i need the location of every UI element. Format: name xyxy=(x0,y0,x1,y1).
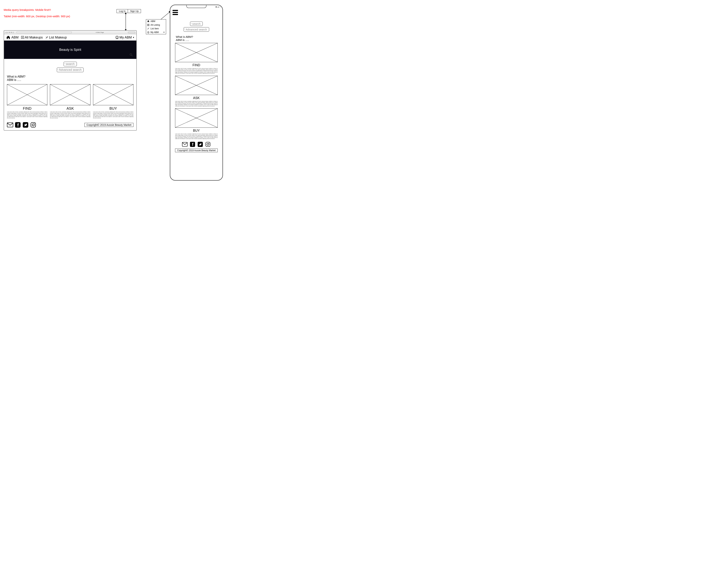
twitter-icon[interactable] xyxy=(22,122,28,128)
intro-body: ABM is ..... xyxy=(7,78,133,82)
facebook-icon[interactable]: f xyxy=(189,141,196,147)
nav-account-label: My ABM xyxy=(119,36,132,40)
svg-point-12 xyxy=(47,38,48,38)
home-icon xyxy=(147,20,150,22)
browser-pill xyxy=(128,32,135,33)
svg-point-37 xyxy=(148,32,149,32)
home-icon xyxy=(6,36,11,40)
feature-card-ask: ASK Lorem ipsum dolor sit amet, consecte… xyxy=(175,76,218,107)
search-input[interactable]: search xyxy=(190,21,202,26)
menu-item-label: ABM xyxy=(151,20,155,22)
list-icon xyxy=(21,36,24,39)
desktop-footer: f Copyright© 2019 Aussie Beauty Market xyxy=(4,120,136,130)
feature-text: Lorem ipsum dolor sit amet, consectetur … xyxy=(50,111,90,119)
battery-icon: ▭ xyxy=(219,6,221,8)
advanced-search-input[interactable]: Advanced search xyxy=(57,67,84,72)
svg-point-49 xyxy=(207,143,209,145)
browser-chrome: ◁ ▷ ✕ ⟳ ☖ A Web Page xyxy=(4,30,136,34)
intro-heading: What is ABM? xyxy=(176,35,217,38)
feature-text: Lorem ipsum dolor sit amet, consectetur … xyxy=(93,111,133,119)
phone-frame: ▮▮◢▭ search Advanced search What is ABM?… xyxy=(170,5,223,181)
feature-title: BUY xyxy=(93,105,133,111)
svg-point-15 xyxy=(130,54,132,55)
auth-button-group: Log In Sign Up xyxy=(117,9,141,13)
twitter-icon[interactable] xyxy=(197,141,203,147)
phone-footer: f Copyright© 2019 Aussie Beauty Market xyxy=(175,141,218,152)
svg-text:f: f xyxy=(192,142,193,147)
mobile-dropdown-menu: ABM All Listing List Item My ABM ▼ xyxy=(146,19,166,34)
phone-intro-block: What is ABM? ABM is ..... xyxy=(175,34,218,43)
svg-rect-48 xyxy=(206,142,210,146)
feature-card-find: FIND Lorem ipsum dolor sit amet, consect… xyxy=(7,84,47,119)
copyright-text: Copyright© 2019 Aussie Beauty Market xyxy=(175,148,218,152)
wand-icon xyxy=(147,27,150,30)
svg-marker-1 xyxy=(125,12,126,14)
feature-text: Lorem ipsum dolor sit amet, consectetur … xyxy=(175,68,218,74)
feature-text: Lorem ipsum dolor sit amet, consectetur … xyxy=(175,101,218,107)
svg-point-14 xyxy=(117,37,117,38)
image-placeholder xyxy=(7,84,47,105)
social-icons: f xyxy=(7,122,36,128)
magnifier-icon[interactable] xyxy=(130,53,133,57)
nav-all-label: All Makeups xyxy=(25,36,43,40)
phone-notch xyxy=(186,5,207,8)
copyright-text: Copyright© 2019 Aussie Beauty Market xyxy=(84,123,133,127)
signup-button[interactable]: Sign Up xyxy=(128,9,141,13)
nav-brand-label: ABM xyxy=(11,36,18,40)
nav-brand[interactable]: ABM xyxy=(6,36,18,40)
feature-card-find: FIND Lorem ipsum dolor sit amet, consect… xyxy=(175,43,218,74)
instagram-icon[interactable] xyxy=(205,141,211,147)
menu-item-label: All Listing xyxy=(151,24,160,26)
phone-content: search Advanced search What is ABM? ABM … xyxy=(172,19,221,152)
phone-search-block: search Advanced search xyxy=(175,19,218,34)
browser-url-bar[interactable] xyxy=(16,31,72,33)
wand-icon xyxy=(45,36,48,39)
image-placeholder xyxy=(175,43,218,62)
user-circle-icon xyxy=(147,31,150,34)
feature-title: ASK xyxy=(50,105,90,111)
svg-line-16 xyxy=(132,55,132,56)
image-placeholder xyxy=(50,84,90,105)
desktop-navbar: ABM All Makeups List Makeup My ABM ▼ xyxy=(4,34,136,41)
social-icons: f xyxy=(175,141,218,147)
email-icon[interactable] xyxy=(182,141,188,147)
feature-title: FIND xyxy=(175,62,218,68)
browser-window: ◁ ▷ ✕ ⟳ ☖ A Web Page ABM All Makeups Lis… xyxy=(4,30,137,131)
instagram-icon[interactable] xyxy=(30,122,36,128)
caret-down-icon: ▼ xyxy=(132,36,134,39)
advanced-search-input[interactable]: Advanced search xyxy=(183,27,209,32)
feature-card-buy: BUY Lorem ipsum dolor sit amet, consecte… xyxy=(175,109,218,139)
menu-item-account[interactable]: My ABM ▼ xyxy=(146,30,166,34)
email-icon[interactable] xyxy=(7,122,13,128)
feature-card-buy: BUY Lorem ipsum dolor sit amet, consecte… xyxy=(93,84,133,119)
menu-item-home[interactable]: ABM xyxy=(146,19,166,23)
nav-list-makeup[interactable]: List Makeup xyxy=(45,36,67,40)
hero-tagline: Beauty is Spirit xyxy=(59,48,81,52)
features-row: FIND Lorem ipsum dolor sit amet, consect… xyxy=(4,83,136,120)
svg-text:f: f xyxy=(17,123,19,127)
list-icon xyxy=(147,24,150,26)
feature-title: FIND xyxy=(7,105,47,111)
phone-status-bar: ▮▮◢▭ xyxy=(216,6,221,8)
nav-account[interactable]: My ABM ▼ xyxy=(115,36,134,40)
image-placeholder xyxy=(93,84,133,105)
search-input[interactable]: search xyxy=(63,62,77,66)
menu-item-list-item[interactable]: List Item xyxy=(146,27,166,30)
caret-down-icon: ▼ xyxy=(163,31,165,33)
nav-list-label: List Makeup xyxy=(49,36,67,40)
feature-title: ASK xyxy=(175,95,218,101)
facebook-icon[interactable]: f xyxy=(15,122,21,128)
browser-title: A Web Page xyxy=(72,31,127,33)
svg-rect-27 xyxy=(31,123,36,127)
feature-text: Lorem ipsum dolor sit amet, consectetur … xyxy=(175,133,218,139)
user-circle-icon xyxy=(115,36,119,39)
nav-all-makeups[interactable]: All Makeups xyxy=(21,36,43,40)
svg-point-35 xyxy=(148,28,148,28)
svg-point-28 xyxy=(32,124,34,126)
hamburger-menu[interactable] xyxy=(173,10,178,15)
intro-heading: What is ABM? xyxy=(7,75,133,78)
annotation-mobile-first: Media query breakpoints: Mobile first!!! xyxy=(4,8,51,11)
svg-point-29 xyxy=(34,123,35,124)
menu-item-all-listing[interactable]: All Listing xyxy=(146,23,166,27)
search-block: search Advanced search xyxy=(4,59,136,74)
